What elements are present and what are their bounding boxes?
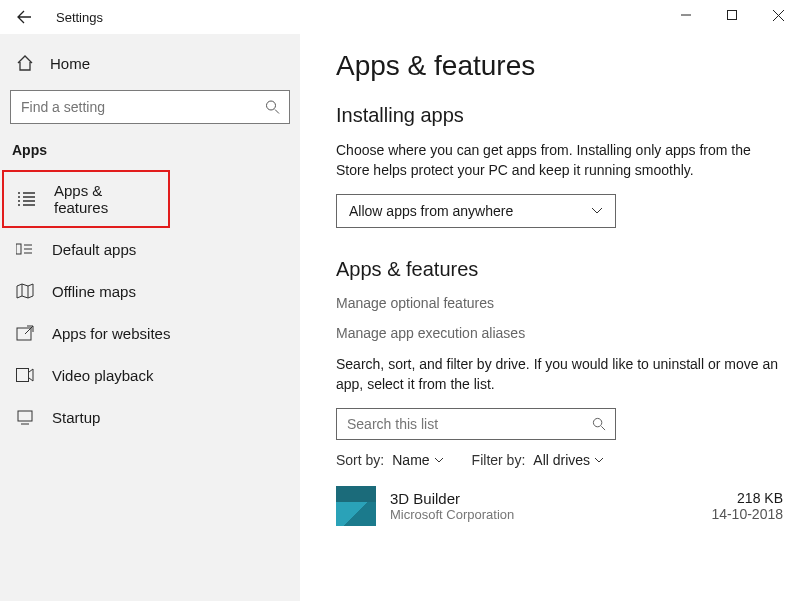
nav-label: Default apps	[52, 241, 136, 258]
nav-apps-features[interactable]: Apps & features	[2, 170, 170, 228]
back-button[interactable]	[12, 5, 36, 29]
chevron-down-icon	[591, 207, 603, 215]
app-icon	[336, 486, 376, 526]
sort-value: Name	[392, 452, 429, 468]
nav-label: Apps & features	[54, 182, 154, 216]
search-icon	[592, 417, 606, 431]
nav-startup[interactable]: Startup	[0, 396, 300, 438]
window-title: Settings	[56, 10, 103, 25]
app-publisher: Microsoft Corporation	[390, 507, 697, 522]
install-source-dropdown[interactable]: Allow apps from anywhere	[336, 194, 616, 228]
main-content: Apps & features Installing apps Choose w…	[300, 34, 801, 601]
apps-list-desc: Search, sort, and filter by drive. If yo…	[336, 355, 783, 394]
maximize-icon	[727, 10, 737, 20]
sort-label: Sort by:	[336, 452, 384, 468]
app-search	[336, 408, 616, 440]
sort-filter-row: Sort by: Name Filter by: All drives	[336, 452, 783, 468]
nav-label: Startup	[52, 409, 100, 426]
settings-search-input[interactable]	[10, 90, 290, 124]
minimize-button[interactable]	[663, 0, 709, 30]
close-button[interactable]	[755, 0, 801, 30]
home-label: Home	[50, 55, 90, 72]
search-icon	[265, 100, 280, 115]
map-icon	[16, 282, 34, 300]
installing-apps-heading: Installing apps	[336, 104, 783, 127]
chevron-down-icon	[594, 457, 604, 464]
svg-rect-0	[728, 11, 737, 20]
category-title: Apps	[0, 142, 300, 170]
svg-rect-2	[16, 244, 21, 254]
maximize-button[interactable]	[709, 0, 755, 30]
sidebar: Home Apps Apps & features Default apps	[0, 34, 300, 601]
manage-optional-link[interactable]: Manage optional features	[336, 295, 783, 311]
nav-label: Offline maps	[52, 283, 136, 300]
home-link[interactable]: Home	[0, 46, 300, 90]
app-name: 3D Builder	[390, 490, 697, 507]
app-list-item[interactable]: 3D Builder Microsoft Corporation 218 KB …	[336, 486, 783, 526]
app-date: 14-10-2018	[711, 506, 783, 522]
nav-default-apps[interactable]: Default apps	[0, 228, 300, 270]
nav-offline-maps[interactable]: Offline maps	[0, 270, 300, 312]
apps-features-heading: Apps & features	[336, 258, 783, 281]
video-icon	[16, 366, 34, 384]
defaults-icon	[16, 240, 34, 258]
filter-label: Filter by:	[472, 452, 526, 468]
manage-aliases-link[interactable]: Manage app execution aliases	[336, 325, 783, 341]
home-icon	[16, 54, 34, 72]
close-icon	[773, 10, 784, 21]
dropdown-value: Allow apps from anywhere	[349, 203, 513, 219]
chevron-down-icon	[434, 457, 444, 464]
window-controls	[663, 0, 801, 30]
app-meta: 3D Builder Microsoft Corporation	[390, 490, 697, 522]
nav-label: Apps for websites	[52, 325, 170, 342]
app-size: 218 KB	[711, 490, 783, 506]
startup-icon	[16, 408, 34, 426]
page-title: Apps & features	[336, 50, 783, 82]
minimize-icon	[681, 10, 691, 20]
nav-video-playback[interactable]: Video playback	[0, 354, 300, 396]
filter-value: All drives	[533, 452, 590, 468]
nav-label: Video playback	[52, 367, 153, 384]
svg-point-1	[267, 101, 276, 110]
svg-rect-5	[18, 411, 32, 421]
open-icon	[16, 324, 34, 342]
sort-by-control[interactable]: Sort by: Name	[336, 452, 444, 468]
list-icon	[18, 190, 36, 208]
app-search-input[interactable]	[336, 408, 616, 440]
svg-rect-4	[17, 369, 29, 382]
svg-point-6	[593, 419, 601, 427]
app-details: 218 KB 14-10-2018	[711, 490, 783, 522]
installing-apps-desc: Choose where you can get apps from. Inst…	[336, 141, 783, 180]
settings-search	[10, 90, 290, 124]
nav-apps-websites[interactable]: Apps for websites	[0, 312, 300, 354]
back-arrow-icon	[16, 9, 32, 25]
filter-by-control[interactable]: Filter by: All drives	[472, 452, 604, 468]
